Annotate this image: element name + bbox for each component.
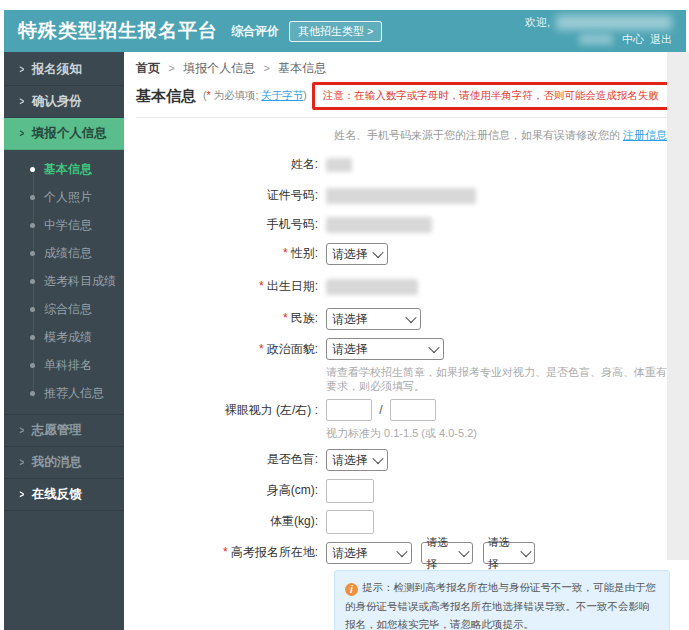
user-center-link[interactable]: 中心 <box>622 32 644 47</box>
vision-separator: / <box>379 403 382 417</box>
info-box-text: 提示：检测到高考报名所在地与身份证号不一致，可能是由于您的身份证号错误或高考报名… <box>345 581 656 630</box>
form-row-gender: *性别: 请选择 <box>136 242 670 265</box>
sidebar-item-identity[interactable]: > 确认身份 <box>4 86 124 118</box>
form-row-phone: 手机号码: <box>136 213 670 235</box>
register-info-note: 姓名、手机号码来源于您的注册信息，如果有误请修改您的 注册信息 <box>334 128 670 143</box>
bullet-icon <box>30 335 35 340</box>
political-status-select[interactable]: 请选择 <box>326 338 444 360</box>
vision-left-input[interactable] <box>326 399 372 421</box>
app-title: 特殊类型招生报名平台 <box>18 18 218 44</box>
chevron-down-icon <box>428 342 439 353</box>
sidebar-subitem-mock-exam[interactable]: 模考成绩 <box>4 323 124 351</box>
height-label: 身高(cm): <box>136 479 326 501</box>
breadcrumb-personal-info[interactable]: 填报个人信息 <box>183 61 255 75</box>
gaokao-district-select[interactable]: 请选择 <box>483 542 535 564</box>
bullet-icon <box>30 307 35 312</box>
gaokao-location-label: *高考报名所在地: <box>136 541 326 563</box>
sidebar-item-feedback[interactable]: > 在线反馈 <box>4 479 124 511</box>
breadcrumb-home[interactable]: 首页 <box>136 61 160 75</box>
sidebar-item-personal-info[interactable]: > 填报个人信息 <box>4 118 124 150</box>
chevron-down-icon <box>372 453 383 464</box>
ethnicity-select[interactable]: 请选择 <box>326 308 421 330</box>
username-redacted <box>556 15 672 30</box>
top-header: 特殊类型招生报名平台 综合评价 其他招生类型 > 欢迎, 中心 退出 <box>4 10 686 52</box>
sidebar-subitem-photo[interactable]: 个人照片 <box>4 183 124 211</box>
sidebar-subitem-subject-rank[interactable]: 单科排名 <box>4 351 124 379</box>
gender-label-text: 性别: <box>291 246 318 260</box>
sidebar-subitem-school[interactable]: 中学信息 <box>4 211 124 239</box>
cert-no-label: 证件号码: <box>136 184 326 206</box>
birth-date-label: *出生日期: <box>136 275 326 297</box>
birth-date-value-redacted <box>326 279 418 295</box>
chevron-down-icon <box>520 546 531 557</box>
page-title: 基本信息 <box>136 87 196 106</box>
sidebar-item-label: 志愿管理 <box>32 422 82 439</box>
app-subtitle: 综合评价 <box>231 23 279 40</box>
bullet-icon <box>30 223 35 228</box>
name-value-redacted <box>326 158 352 172</box>
gaokao-location-label-text: 高考报名所在地: <box>231 545 318 559</box>
sidebar-subitem-label: 推荐人信息 <box>44 385 104 402</box>
height-input[interactable] <box>326 479 374 503</box>
chevron-down-icon <box>405 312 416 323</box>
color-blind-select[interactable]: 请选择 <box>326 449 388 471</box>
select-value: 请选择 <box>332 243 368 265</box>
sidebar-item-label: 在线反馈 <box>32 486 82 503</box>
vision-label: 裸眼视力 (左/右) : <box>136 399 326 421</box>
registration-info-link[interactable]: 注册信息 <box>623 129 667 141</box>
vision-right-input[interactable] <box>390 399 436 421</box>
logout-link[interactable]: 退出 <box>650 32 672 47</box>
sidebar-item-label: 确认身份 <box>32 93 82 110</box>
sidebar-item-notice[interactable]: > 报名须知 <box>4 54 124 86</box>
required-star: * <box>283 246 288 260</box>
sidebar-item-label: 填报个人信息 <box>32 125 107 142</box>
breadcrumb-separator: > <box>263 62 269 74</box>
form-row-weight: 体重(kg): <box>136 510 670 534</box>
sidebar-item-messages[interactable]: > 我的消息 <box>4 447 124 479</box>
gaokao-province-select[interactable]: 请选择 <box>326 542 412 564</box>
phone-label: 手机号码: <box>136 213 326 235</box>
sidebar-subitem-label: 成绩信息 <box>44 245 92 262</box>
header-user-area: 欢迎, 中心 退出 <box>525 15 672 47</box>
bullet-icon <box>30 391 35 396</box>
sidebar-subitem-elective-scores[interactable]: 选考科目成绩 <box>4 267 124 295</box>
sidebar-subitem-label: 基本信息 <box>44 161 92 178</box>
sidebar-item-label: 报名须知 <box>32 61 82 78</box>
sidebar-subitem-recommender[interactable]: 推荐人信息 <box>4 379 124 407</box>
chevron-right-icon: > <box>20 489 25 500</box>
main-content: 首页 > 填报个人信息 > 基本信息 基本信息 (* 为必填项; 关于字节) 注… <box>124 52 689 630</box>
gaokao-city-select[interactable]: 请选择 <box>421 542 473 564</box>
bullet-icon <box>30 363 35 368</box>
weight-input[interactable] <box>326 510 374 534</box>
register-note-text: 姓名、手机号码来源于您的注册信息，如果有误请修改您的 <box>334 129 620 141</box>
sidebar-sublist: 基本信息 个人照片 中学信息 成绩信息 选考科目成绩 <box>4 150 124 415</box>
required-star: * <box>259 279 264 293</box>
sidebar-item-label: 我的消息 <box>32 454 82 471</box>
required-star: * <box>207 89 211 101</box>
form-row-vision: 裸眼视力 (左/右) : / 视力标准为 0.1-1.5 (或 4.0-5.2) <box>136 399 670 440</box>
sidebar-subitem-grades[interactable]: 成绩信息 <box>4 239 124 267</box>
sidebar-subitem-comprehensive[interactable]: 综合信息 <box>4 295 124 323</box>
paren: ) <box>303 89 307 101</box>
page-title-row: 基本信息 (* 为必填项; 关于字节) 注意：在输入数字或字母时，请使用半角字符… <box>136 82 670 110</box>
chevron-right-icon: > <box>20 64 25 75</box>
other-enrollment-types-button[interactable]: 其他招生类型 > <box>289 21 382 42</box>
breadcrumb: 首页 > 填报个人信息 > 基本信息 <box>136 60 670 77</box>
about-characters-link[interactable]: 关于字节 <box>261 89 303 101</box>
sidebar-subitem-label: 单科排名 <box>44 357 92 374</box>
color-blind-label: 是否色盲: <box>136 448 326 470</box>
sidebar-nav: > 报名须知 > 确认身份 > 填报个人信息 基本信息 个人照片 <box>4 52 124 630</box>
gender-select[interactable]: 请选择 <box>326 243 388 265</box>
chevron-right-icon: > <box>20 457 25 468</box>
sidebar-subitem-basic-info[interactable]: 基本信息 <box>4 155 124 183</box>
form-row-ethnicity: *民族: 请选择 <box>136 307 670 330</box>
chevron-right-icon: > <box>20 128 25 139</box>
political-status-label: *政治面貌: <box>136 338 326 360</box>
form-row-political-status: *政治面貌: 请选择 请查看学校招生简章，如果报考专业对视力、是否色盲、身高、体… <box>136 338 670 394</box>
required-star: * <box>259 342 264 356</box>
sidebar-subitem-label: 个人照片 <box>44 189 92 206</box>
select-value: 请选择 <box>332 308 368 330</box>
select-value: 请选择 <box>488 531 516 575</box>
vision-hint: 视力标准为 0.1-1.5 (或 4.0-5.2) <box>326 426 477 440</box>
sidebar-item-application-mgmt[interactable]: > 志愿管理 <box>4 415 124 447</box>
